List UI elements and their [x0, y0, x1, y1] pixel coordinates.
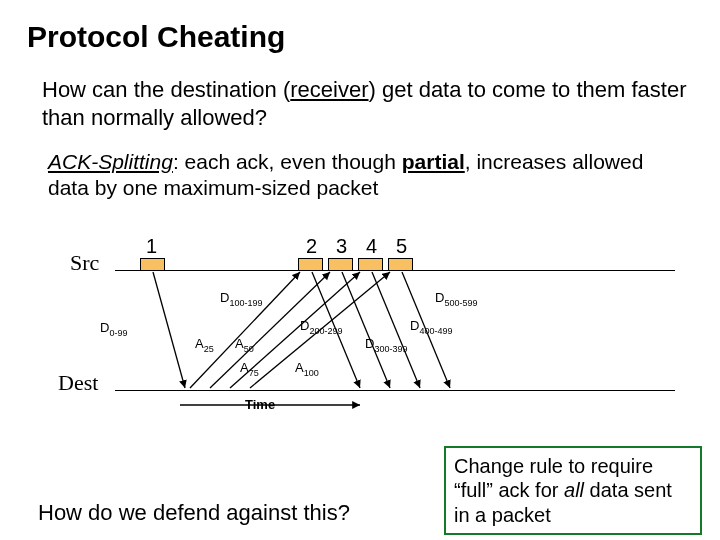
callout-all: all: [564, 479, 584, 501]
question-pre: How can the destination (: [42, 77, 290, 102]
d-sub-400-499: 400-499: [419, 325, 452, 335]
a-label-100: A100: [295, 360, 319, 378]
a-sub-75: 75: [249, 367, 259, 377]
d-label-0-99: D0-99: [100, 320, 127, 338]
d-label-500-599: D500-599: [435, 290, 477, 308]
svg-line-0: [153, 272, 185, 388]
a-label-25: A25: [195, 336, 214, 354]
term-partial: partial: [402, 150, 465, 173]
svg-line-6: [342, 272, 390, 388]
defense-callout: Change rule to require “full” ack for al…: [444, 446, 702, 535]
d-label-400-499: D400-499: [410, 318, 452, 336]
d-label-200-299: D200-299: [300, 318, 342, 336]
d-sub-500-599: 500-599: [444, 297, 477, 307]
d-sub-0-99: 0-99: [109, 327, 127, 337]
d-label-100-199: D100-199: [220, 290, 262, 308]
d-sub-100-199: 100-199: [229, 297, 262, 307]
d-sub-200-299: 200-299: [309, 325, 342, 335]
a-label-50: A50: [235, 336, 254, 354]
d-label-300-399: D300-399: [365, 336, 407, 354]
slide-title: Protocol Cheating: [27, 20, 690, 54]
ack-splitting-desc: ACK-Splitting: each ack, even though par…: [48, 149, 690, 202]
timing-diagram: Src Dest 1 2 3 4 5: [40, 210, 700, 410]
question-receiver: receiver: [290, 77, 368, 102]
desc-mid1: : each ack, even though: [173, 150, 402, 173]
a-sub-50: 50: [244, 343, 254, 353]
a-sub-100: 100: [304, 367, 319, 377]
d-sub-300-399: 300-399: [374, 343, 407, 353]
a-label-75: A75: [240, 360, 259, 378]
lead-question: How can the destination (receiver) get d…: [42, 76, 690, 131]
term-ack-splitting: ACK-Splitting: [48, 150, 173, 173]
arrows-svg: [40, 210, 700, 410]
time-axis-label: Time: [245, 397, 275, 412]
a-sub-25: 25: [204, 343, 214, 353]
defend-question: How do we defend against this?: [38, 500, 350, 526]
